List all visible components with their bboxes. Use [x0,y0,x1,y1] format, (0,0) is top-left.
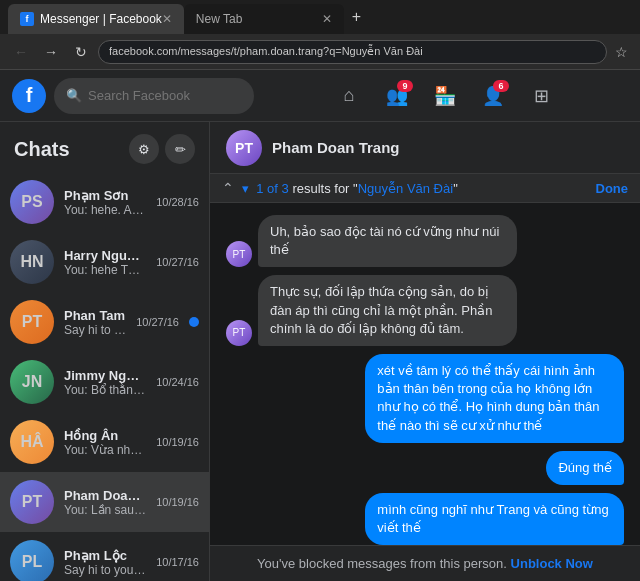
settings-icon: ⚙ [138,142,150,157]
blocked-notice-text: You've blocked messages from this person… [257,556,507,571]
tab-close-newtab[interactable]: ✕ [322,12,332,26]
groups-nav-button[interactable]: 👤 6 [471,78,515,114]
main-layout: Chats ⚙ ✏ PS Phạm Sơn You: hehe. Anh biế… [0,122,640,581]
search-icon: 🔍 [66,88,82,103]
list-item[interactable]: PL Phạm Lộc Say hi to your new ... 10/17… [0,532,209,581]
chat-info: Hồng Ân You: Vừa nhắn máy L... [64,428,146,457]
list-item[interactable]: JN Jimmy Nguyen You: Bổ thằng có và... 1… [0,352,209,412]
search-results-bar: ⌃ ▾ 1 of 3 results for "Nguyễn Văn Đài" … [210,174,640,203]
friends-badge: 9 [397,80,413,92]
chat-time: 10/27/16 [136,316,179,328]
facebook-header: f 🔍 ⌂ 👥 9 🏪 👤 6 ⊞ [0,70,640,122]
compose-icon: ✏ [175,142,186,157]
message-bubble: xét về tâm lý có thể thấy cái hình ảnh b… [365,354,624,443]
bookmark-button[interactable]: ☆ [611,40,632,64]
message-avatar: PT [226,320,252,346]
friends-nav-button[interactable]: 👥 9 [375,78,419,114]
message-avatar: PT [226,241,252,267]
table-row: xét về tâm lý có thể thấy cái hình ảnh b… [226,354,624,443]
groups-badge: 6 [493,80,509,92]
list-item[interactable]: HN Harry Nguyen You: hehe THẮNG N... 10/… [0,232,209,292]
home-nav-button[interactable]: ⌂ [327,78,371,114]
chat-time: 10/24/16 [156,376,199,388]
chat-time: 10/19/16 [156,496,199,508]
list-item[interactable]: HÂ Hồng Ân You: Vừa nhắn máy L... 10/19/… [0,412,209,472]
chat-list: PS Phạm Sơn You: hehe. Anh biết ... 10/2… [0,172,209,581]
home-icon: ⌂ [344,85,355,106]
search-input[interactable] [88,88,228,103]
list-item[interactable]: PT Phan Tam Say hi to your new ... 10/27… [0,292,209,352]
avatar: PT [10,300,54,344]
chat-preview: You: hehe. Anh biết ... [64,203,146,217]
reload-button[interactable]: ↻ [68,39,94,65]
table-row: PT Uh, bảo sao độc tài nó cứ vững như nú… [226,215,624,267]
chat-time: 10/28/16 [156,196,199,208]
facebook-favicon: f [20,12,34,26]
tab-messenger-label: Messenger | Facebook [40,12,162,26]
tab-newtab-label: New Tab [196,12,242,26]
chat-time: 10/17/16 [156,556,199,568]
chat-name: Jimmy Nguyen [64,368,146,383]
chat-name: Harry Nguyen [64,248,146,263]
menu-nav-button[interactable]: ⊞ [519,78,563,114]
search-chevron-icon: ▾ [242,181,249,196]
sidebar-actions: ⚙ ✏ [129,134,195,164]
messages-area: PT Uh, bảo sao độc tài nó cứ vững như nú… [210,203,640,545]
avatar: JN [10,360,54,404]
chat-header: PT Pham Doan Trang [210,122,640,174]
search-prev-button[interactable]: ⌃ [222,180,234,196]
list-item[interactable]: PT Pham Doan Trang You: Lần sau có chat … [0,472,209,532]
chat-info: Harry Nguyen You: hehe THẮNG N... [64,248,146,277]
search-done-button[interactable]: Done [596,181,629,196]
chat-info: Pham Doan Trang You: Lần sau có chat ... [64,488,146,517]
chat-name: Phạm Lộc [64,548,146,563]
chat-name: Hồng Ân [64,428,146,443]
compose-button[interactable]: ✏ [165,134,195,164]
tab-messenger[interactable]: f Messenger | Facebook ✕ [8,4,184,34]
chat-info: Phạm Sơn You: hehe. Anh biết ... [64,188,146,217]
message-bubble: Thực sự, đối lập thứa cộng sản, do bị đà… [258,275,517,346]
message-bubble: Đúng thế [546,451,624,485]
tab-close-messenger[interactable]: ✕ [162,12,172,26]
chat-info: Phạm Lộc Say hi to your new ... [64,548,146,577]
menu-icon: ⊞ [534,85,549,107]
sidebar-header: Chats ⚙ ✏ [0,122,209,172]
forward-button[interactable]: → [38,39,64,65]
new-tab-button[interactable]: + [344,4,369,30]
url-text: facebook.com/messages/t/pham.doan.trang?… [109,45,423,58]
chat-time: 10/19/16 [156,436,199,448]
sidebar: Chats ⚙ ✏ PS Phạm Sơn You: hehe. Anh biế… [0,122,210,581]
store-nav-button[interactable]: 🏪 [423,78,467,114]
unblock-button[interactable]: Unblock Now [511,556,593,571]
chat-header-name: Pham Doan Trang [272,139,400,156]
chat-preview: You: Bổ thằng có và... [64,383,146,397]
chat-time: 10/27/16 [156,256,199,268]
chat-preview: Say hi to your new ... [64,323,126,337]
search-count: 1 of 3 [256,181,289,196]
chat-name: Phạm Sơn [64,188,146,203]
settings-button[interactable]: ⚙ [129,134,159,164]
url-bar[interactable]: facebook.com/messages/t/pham.doan.trang?… [98,40,607,64]
chat-info: Phan Tam Say hi to your new ... [64,308,126,337]
chat-preview: You: hehe THẮNG N... [64,263,146,277]
chat-preview: Say hi to your new ... [64,563,146,577]
blocked-notice-bar: You've blocked messages from this person… [210,545,640,581]
avatar: PL [10,540,54,581]
list-item[interactable]: PS Phạm Sơn You: hehe. Anh biết ... 10/2… [0,172,209,232]
chat-preview: You: Lần sau có chat ... [64,503,146,517]
chat-preview: You: Vừa nhắn máy L... [64,443,146,457]
table-row: mình cũng nghĩ như Trang và cũng từng vi… [226,493,624,545]
avatar: PT [10,480,54,524]
back-button[interactable]: ← [8,39,34,65]
avatar: HÂ [10,420,54,464]
table-row: Đúng thế [226,451,624,485]
chat-info: Jimmy Nguyen You: Bổ thằng có và... [64,368,146,397]
message-bubble: mình cũng nghĩ như Trang và cũng từng vi… [365,493,624,545]
table-row: PT Thực sự, đối lập thứa cộng sản, do bị… [226,275,624,346]
chat-name: Phan Tam [64,308,126,323]
avatar: HN [10,240,54,284]
search-box[interactable]: 🔍 [54,78,254,114]
chat-area: PT Pham Doan Trang ⌃ ▾ 1 of 3 results fo… [210,122,640,581]
tab-newtab[interactable]: New Tab ✕ [184,4,344,34]
unread-indicator [189,317,199,327]
